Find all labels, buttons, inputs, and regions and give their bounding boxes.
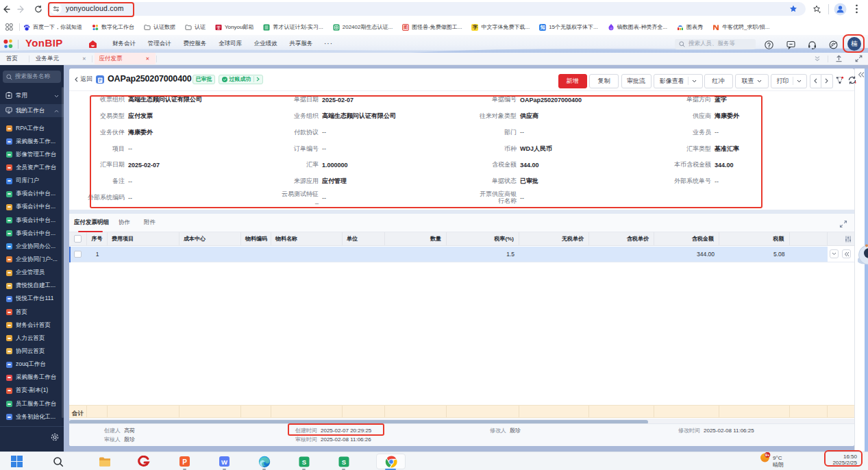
bookmark-item[interactable]: 202402期生态认证... [333, 23, 393, 31]
taskbar-search-icon[interactable] [51, 455, 64, 468]
nav-item[interactable]: 全球司库 [219, 40, 254, 48]
sidebar-item[interactable]: 协同云首页 [0, 345, 64, 358]
nav-item[interactable]: 财务会计 [112, 40, 148, 48]
red-flush-button[interactable]: 红冲 [704, 74, 733, 88]
back-link[interactable]: 返回 [75, 75, 92, 84]
chrome-icon[interactable] [384, 455, 397, 468]
approval-flow-button[interactable]: 审批流 [621, 74, 652, 88]
share-up-icon[interactable] [835, 53, 843, 65]
gear-icon[interactable] [51, 432, 59, 444]
help-icon[interactable] [765, 40, 773, 52]
message-icon[interactable] [786, 40, 795, 52]
bookmark-item[interactable]: 图 图怪兽-免费做图工... [402, 23, 462, 31]
tab-attachment[interactable]: 附件 [144, 219, 156, 227]
nav-item[interactable]: 费控服务 [183, 40, 219, 48]
assistant-floating-ball[interactable] [858, 244, 868, 267]
sidebar-section-my-workbench[interactable]: 我的工作台 [0, 104, 64, 117]
weather-icon[interactable]: 9+ [758, 452, 773, 470]
brand-name[interactable]: YonBIP [25, 37, 63, 49]
wps-writer-icon[interactable]: W [218, 455, 231, 468]
sidebar-item[interactable]: 事项会计中台... [0, 227, 64, 240]
sidebar-item[interactable]: 企业协同办公... [0, 240, 64, 253]
grid-expand-icon[interactable] [839, 219, 847, 231]
column-settings-icon[interactable] [845, 236, 852, 243]
start-button-icon[interactable] [10, 455, 23, 468]
col-quantity[interactable]: 数量 [385, 232, 447, 245]
yonbip-logo-icon[interactable] [3, 38, 14, 52]
sidebar-item[interactable]: 事项会计中台... [0, 214, 64, 227]
bookmark-item[interactable]: 认证 [185, 23, 206, 31]
nav-item[interactable]: 管理会计 [148, 40, 184, 48]
copy-button[interactable]: 复制 [589, 74, 619, 88]
header-search[interactable]: 搜索人员、服务等 [675, 39, 756, 49]
sidebar-item[interactable]: 企业协同门户-... [0, 253, 64, 266]
app-s1-icon[interactable]: S [297, 455, 310, 468]
home-icon[interactable] [88, 39, 97, 51]
bookmark-item[interactable]: 图表秀 [677, 23, 703, 31]
tabs-collapse-chevrons-icon[interactable] [814, 53, 821, 65]
edge-icon[interactable] [258, 455, 271, 468]
print-button[interactable]: 打印 [771, 74, 807, 88]
col-unit[interactable]: 单位 [343, 232, 385, 245]
bookmark-item[interactable]: Yonyou邮箱 [215, 23, 253, 31]
expand-icon[interactable] [855, 53, 863, 65]
tab-business-unit[interactable]: 业务单元✕ [29, 53, 92, 64]
headset-icon[interactable] [808, 40, 817, 52]
browser-menu-icon[interactable] [855, 3, 858, 14]
col-expense-item[interactable]: 费用项目 [108, 232, 179, 245]
sidebar-section-common[interactable]: 常用 [0, 89, 64, 102]
sidebar-item[interactable]: 首页 [0, 306, 64, 319]
refresh-icon[interactable] [847, 75, 857, 88]
wps-presentation-icon[interactable]: P [178, 455, 191, 468]
sidebar-item[interactable]: 企业管理员 [0, 267, 64, 280]
bookmark-item[interactable]: 牛客优聘_求职/招... [712, 23, 769, 31]
tab-close-icon[interactable]: ✕ [146, 56, 150, 62]
bookmark-item[interactable]: 字 中文字体免费下载... [471, 23, 530, 31]
address-bar[interactable]: yonyoucloud.com [47, 2, 806, 16]
link-query-button[interactable]: 联查 [735, 74, 769, 88]
col-seq[interactable]: 序号 [87, 232, 108, 245]
approval-network-icon[interactable] [835, 75, 845, 88]
col-tax-amount[interactable]: 税额 [719, 232, 790, 245]
sidebar-item[interactable]: 龚悦悦自建工... [0, 280, 64, 293]
profile-avatar-icon[interactable] [834, 3, 847, 16]
row-expand-button[interactable] [830, 249, 839, 258]
bookmark-star-icon[interactable] [789, 5, 797, 13]
post-status-badge[interactable]: 过账成功 [219, 75, 263, 84]
bookmark-item[interactable]: 菁才认证计划-实习... [263, 23, 323, 31]
bookmark-item[interactable]: 百度一下，你就知道 [23, 23, 82, 31]
reload-icon[interactable] [34, 5, 42, 14]
sidebar-item[interactable]: 事项会计中台... [0, 188, 64, 201]
next-record-button[interactable] [821, 74, 834, 88]
app-g-icon[interactable] [137, 455, 150, 468]
forward-icon[interactable] [17, 5, 25, 14]
bookmark-item[interactable]: 认证数据 [144, 23, 175, 31]
back-icon[interactable] [2, 5, 10, 14]
col-tax-rate[interactable]: 税率(%) [447, 232, 519, 245]
image-view-button[interactable]: 影像查看 [654, 74, 703, 88]
sidebar-item[interactable]: zouq工作台 [0, 358, 64, 371]
sidebar-item[interactable]: RPA工作台 [0, 122, 64, 135]
col-material-code[interactable]: 物料编码 [241, 232, 271, 245]
col-cost-center[interactable]: 成本中心 [179, 232, 241, 245]
sidebar-item[interactable]: 悦悦工作台111 [0, 293, 64, 306]
sidebar-item[interactable]: 采购服务工作台 [0, 371, 64, 384]
sidebar-item[interactable]: 司库门户 [0, 175, 64, 188]
file-explorer-icon[interactable] [98, 455, 111, 468]
nav-item[interactable]: 共享服务 [289, 40, 325, 48]
sidebar-item[interactable]: 采购服务工作... [0, 135, 64, 148]
sidebar-item[interactable]: 事项会计中台... [0, 201, 64, 214]
extension-sparkle-icon[interactable] [813, 5, 821, 14]
tab-payable-invoice[interactable]: 应付发票✕ [95, 53, 156, 64]
select-all-checkbox[interactable] [74, 235, 82, 243]
sidebar-item[interactable]: 首页-副本(1) [0, 384, 64, 397]
sidebar-item[interactable]: 影像管理工作台 [0, 148, 64, 161]
sidebar-search[interactable]: 搜索服务名称 [3, 71, 61, 83]
bookmark-item[interactable]: 知 15个无版权字体下... [539, 23, 598, 31]
apps-grid-icon[interactable] [5, 21, 13, 34]
bookmark-item[interactable]: 数字化工作台 [92, 23, 134, 31]
tab-collaboration[interactable]: 协作 [119, 219, 130, 227]
row-checkbox[interactable] [74, 251, 82, 258]
sidebar-item[interactable]: 人力云首页 [0, 332, 64, 345]
col-amount-with-tax[interactable]: 含税金额 [654, 232, 719, 245]
